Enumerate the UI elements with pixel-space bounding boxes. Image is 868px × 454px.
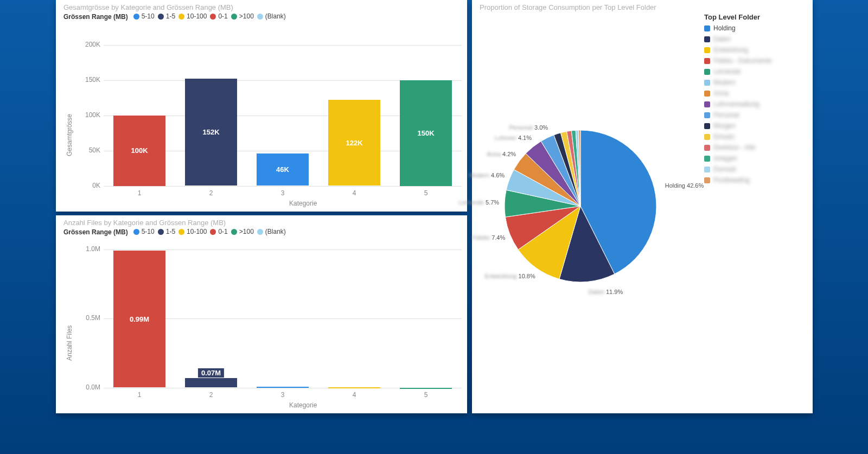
- pie-legend-item[interactable]: Direktion - Alle: [704, 144, 796, 151]
- x-tick: 2: [203, 391, 219, 399]
- y-axis-label: Anzahl Files: [66, 325, 73, 360]
- legend-title: Grössen Range (MB): [63, 228, 128, 236]
- x-tick: 2: [203, 189, 219, 197]
- panel-anzahl-files: Anzahl Files by Kategorie and Grössen Ra…: [56, 215, 467, 413]
- legend-item[interactable]: 5-10: [133, 12, 155, 20]
- legend-item[interactable]: 1-5: [158, 228, 175, 235]
- slice-label: Fidelio 7.4%: [440, 234, 505, 241]
- pie-legend-item[interactable]: Daten: [704, 35, 796, 43]
- x-axis-label: Kategorie: [289, 401, 317, 409]
- pie-legend-item[interactable]: Entwicklung: [704, 46, 796, 54]
- y-tick: 0K: [78, 182, 100, 189]
- y-axis-label: Gesamtgrösse: [66, 113, 73, 156]
- slice-label: Lernende 5.7%: [434, 199, 499, 206]
- slice-label: Lohnver 4.1%: [467, 135, 532, 141]
- bar[interactable]: 152K: [185, 79, 237, 186]
- pie-legend-item[interactable]: Morgen: [704, 122, 796, 130]
- legend-0: Grössen Range (MB) 5-101-510-1000-1>100(…: [56, 12, 467, 23]
- x-tick: 3: [275, 391, 291, 399]
- y-tick: 150K: [78, 76, 100, 84]
- y-tick: 0.5M: [78, 314, 100, 322]
- legend-item[interactable]: (Blank): [257, 228, 286, 235]
- pie-legend-item[interactable]: Domodi: [704, 165, 796, 173]
- legend-item[interactable]: (Blank): [257, 12, 286, 20]
- chart-title: Proportion of Storage Consumption per To…: [472, 0, 813, 12]
- pie-chart[interactable]: [505, 130, 667, 293]
- x-tick: 1: [131, 391, 148, 399]
- x-tick: 1: [131, 189, 148, 197]
- pie-legend-item[interactable]: Modern: [704, 79, 796, 86]
- legend-item[interactable]: 10-100: [178, 12, 207, 20]
- slice-label: Entwicklung 10.8%: [470, 273, 535, 279]
- slice-label: Personal 3.0%: [483, 124, 548, 131]
- dashboard: Gesamtgrösse by Kategorie and Grössen Ra…: [0, 0, 868, 454]
- pie-legend-item[interactable]: Holding: [704, 24, 796, 32]
- bar[interactable]: 0.07M: [185, 378, 237, 388]
- legend-item[interactable]: 5-10: [133, 228, 155, 235]
- slice-label: Anna 4.2%: [451, 151, 516, 157]
- pie-legend-item[interactable]: Lohnverwaltung: [704, 100, 796, 108]
- x-axis-label: Kategorie: [289, 200, 317, 207]
- legend-item[interactable]: 10-100: [178, 228, 207, 235]
- bar[interactable]: 46K: [257, 154, 308, 186]
- bar[interactable]: 122K: [328, 100, 380, 186]
- bar[interactable]: [328, 387, 380, 388]
- bar[interactable]: 100K: [113, 116, 165, 186]
- x-tick: 4: [346, 189, 362, 197]
- pie-legend-item[interactable]: Fidelio - Dokumente: [704, 57, 796, 65]
- panel-storage-proportion: Proportion of Storage Consumption per To…: [472, 0, 813, 413]
- pie-legend-title: Top Level Folder: [704, 13, 796, 21]
- y-tick: 100K: [78, 111, 100, 119]
- legend-title: Grössen Range (MB): [63, 13, 128, 21]
- pie-legend-item[interactable]: Postbeading: [704, 176, 796, 184]
- legend-item[interactable]: 0-1: [210, 228, 227, 235]
- y-tick: 1.0M: [78, 245, 100, 253]
- chart-area-0: Gesamtgrösse 0K50K100K150K200K 100K152K4…: [56, 23, 467, 202]
- bar[interactable]: 150K: [400, 80, 451, 186]
- chart-title: Anzahl Files by Kategorie and Grössen Ra…: [56, 215, 467, 228]
- legend-item[interactable]: 0-1: [210, 12, 227, 20]
- legend-item[interactable]: 1-5: [158, 12, 175, 20]
- bar[interactable]: 0.99M: [113, 251, 165, 387]
- legend-item[interactable]: >100: [231, 228, 254, 235]
- chart-title: Gesamtgrösse by Kategorie and Grössen Ra…: [56, 0, 467, 12]
- pie-legend: Top Level Folder HoldingDatenEntwicklung…: [704, 13, 796, 187]
- slice-label: Daten 11.9%: [589, 289, 654, 295]
- pie-legend-item[interactable]: Anlagen: [704, 155, 796, 162]
- panel-gesamtgroesse: Gesamtgrösse by Kategorie and Grössen Ra…: [56, 0, 467, 212]
- chart-area-1: Anzahl Files 0.0M0.5M1.0M 0.99M0.07M 123…: [56, 239, 467, 404]
- pie-legend-item[interactable]: Personal: [704, 111, 796, 119]
- bar[interactable]: [400, 388, 451, 389]
- x-tick: 5: [418, 189, 434, 197]
- x-tick: 5: [418, 391, 434, 399]
- y-tick: 0.0M: [78, 383, 100, 391]
- pie-legend-item[interactable]: Einsatz: [704, 133, 796, 140]
- x-tick: 4: [346, 391, 362, 399]
- pie-legend-item[interactable]: Lernende: [704, 68, 796, 75]
- x-tick: 3: [275, 189, 291, 197]
- legend-item[interactable]: >100: [231, 12, 254, 20]
- pie-legend-item[interactable]: Anna: [704, 89, 796, 97]
- y-tick: 200K: [78, 41, 100, 48]
- slice-label: Modern 4.6%: [439, 172, 505, 178]
- bar[interactable]: [257, 387, 308, 388]
- y-tick: 50K: [78, 146, 100, 154]
- legend-1: Grössen Range (MB) 5-101-510-1000-1>100(…: [56, 228, 467, 239]
